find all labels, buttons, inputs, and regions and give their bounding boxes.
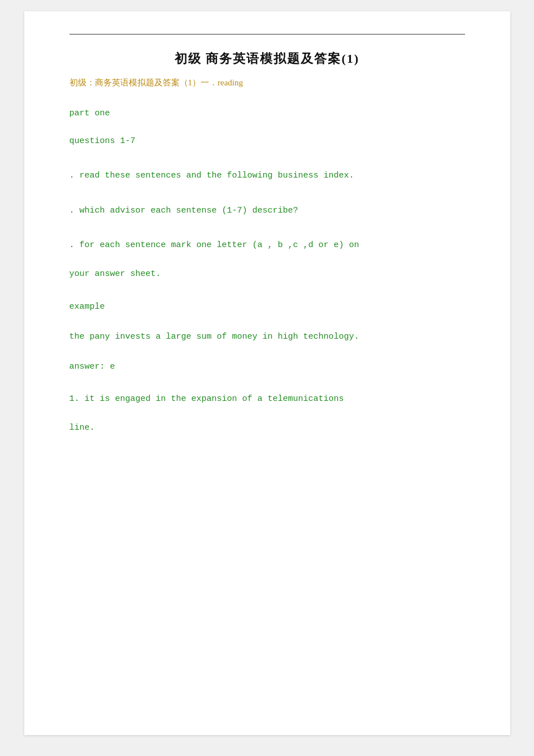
answer-text: answer: e <box>70 362 465 371</box>
page-title: 初级 商务英语模拟题及答案(1) <box>70 50 465 67</box>
example-text: the pany invests a large sum of money in… <box>70 330 465 344</box>
section-label: part one <box>70 109 465 118</box>
questions-range: questions 1-7 <box>70 136 465 146</box>
question-1: 1. it is engaged in the expansion of a t… <box>70 392 465 435</box>
instruction-2: . which advisor each sentense (1-7) desc… <box>70 204 465 218</box>
page-container: 初级 商务英语模拟题及答案(1) 初级：商务英语模拟题及答案（1）一．readi… <box>24 11 510 735</box>
top-divider <box>70 34 465 34</box>
example-label: example <box>70 302 465 312</box>
instruction-1: . read these sentences and the following… <box>70 169 465 183</box>
instruction-3: . for each sentence mark one letter (a ,… <box>70 238 465 282</box>
subtitle: 初级：商务英语模拟题及答案（1）一．reading <box>70 77 465 88</box>
